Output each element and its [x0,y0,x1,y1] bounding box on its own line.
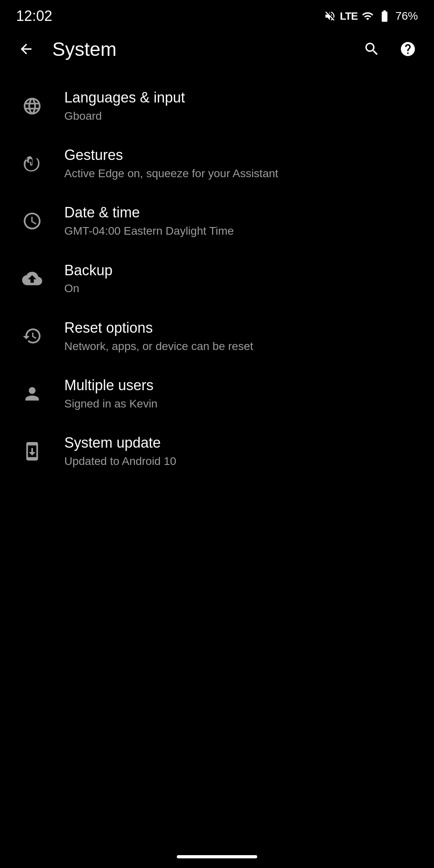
settings-list: Languages & input Gboard Gestures Active… [0,69,434,488]
multiple-users-text: Multiple users Signed in as Kevin [64,376,418,411]
settings-item-backup[interactable]: Backup On [0,250,434,307]
system-update-subtitle: Updated to Android 10 [64,454,418,469]
reset-options-subtitle: Network, apps, or device can be reset [64,339,418,354]
settings-item-languages-input[interactable]: Languages & input Gboard [0,77,434,135]
settings-item-reset-options[interactable]: Reset options Network, apps, or device c… [0,307,434,365]
help-button[interactable] [394,35,422,63]
status-icons: LTE 76% [324,9,418,23]
settings-item-multiple-users[interactable]: Multiple users Signed in as Kevin [0,365,434,422]
date-time-text: Date & time GMT-04:00 Eastern Daylight T… [64,203,418,238]
gestures-title: Gestures [64,146,418,165]
multiple-users-subtitle: Signed in as Kevin [64,397,418,411]
svg-rect-1 [383,11,386,12]
languages-input-text: Languages & input Gboard [64,88,418,123]
signal-icon [362,10,374,22]
app-bar-actions [358,35,422,63]
backup-text: Backup On [64,261,418,296]
system-update-icon [16,435,48,467]
battery-icon [378,9,391,23]
gesture-icon [16,147,48,180]
multiple-users-title: Multiple users [64,376,418,395]
status-time: 12:02 [16,8,52,25]
system-update-text: System update Updated to Android 10 [64,434,418,469]
backup-title: Backup [64,261,418,280]
settings-item-gestures[interactable]: Gestures Active Edge on, squeeze for you… [0,135,434,192]
person-icon [16,378,48,410]
globe-icon [16,90,48,122]
status-bar: 12:02 LTE 76% [0,0,434,29]
battery-percentage: 76% [395,10,418,23]
gestures-text: Gestures Active Edge on, squeeze for you… [64,146,418,181]
gestures-subtitle: Active Edge on, squeeze for your Assista… [64,166,418,181]
lte-icon: LTE [340,10,358,23]
bottom-nav-handle [177,855,257,858]
reset-options-text: Reset options Network, apps, or device c… [64,319,418,354]
clock-icon [16,205,48,237]
date-time-title: Date & time [64,203,418,222]
date-time-subtitle: GMT-04:00 Eastern Daylight Time [64,224,418,238]
system-update-title: System update [64,434,418,452]
cloud-upload-icon [16,262,48,295]
app-bar: System [0,29,434,69]
settings-item-system-update[interactable]: System update Updated to Android 10 [0,422,434,480]
languages-input-subtitle: Gboard [64,109,418,123]
mute-icon [324,10,336,22]
search-button[interactable] [358,35,386,63]
history-icon [16,320,48,352]
reset-options-title: Reset options [64,319,418,338]
svg-rect-0 [383,12,387,19]
backup-subtitle: On [64,281,418,296]
settings-item-date-time[interactable]: Date & time GMT-04:00 Eastern Daylight T… [0,192,434,250]
languages-input-title: Languages & input [64,88,418,107]
back-button[interactable] [12,35,40,63]
page-title: System [52,38,350,60]
